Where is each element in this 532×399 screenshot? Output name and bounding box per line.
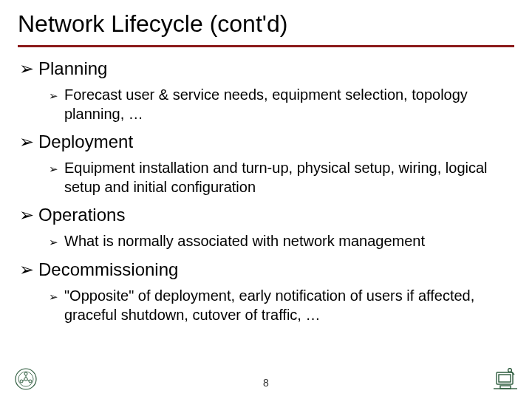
seal-icon bbox=[13, 366, 38, 392]
svg-point-3 bbox=[20, 380, 23, 383]
subbullet-text: Equipment installation and turn-up, phys… bbox=[64, 159, 514, 197]
title-underline bbox=[18, 45, 514, 47]
svg-line-8 bbox=[27, 380, 29, 381]
chevron-icon: ➢ bbox=[49, 86, 58, 103]
bullet-heading: Decommissioning bbox=[38, 259, 178, 281]
subbullet-text: What is normally associated with network… bbox=[64, 232, 425, 251]
slide-title: Network Lifecycle (cont'd) bbox=[18, 10, 514, 38]
subbullet-deployment: ➢ Equipment installation and turn-up, ph… bbox=[49, 159, 514, 197]
subbullet-text: "Opposite" of deployment, early notifica… bbox=[64, 287, 514, 324]
page-number: 8 bbox=[263, 377, 269, 389]
subbullet-planning: ➢ Forecast user & service needs, equipme… bbox=[49, 86, 514, 123]
bullet-operations: ➢ Operations bbox=[19, 204, 514, 226]
subbullet-text: Forecast user & service needs, equipment… bbox=[64, 86, 514, 123]
chevron-icon: ➢ bbox=[19, 131, 34, 153]
computer-icon bbox=[492, 368, 519, 392]
bullet-deployment: ➢ Deployment bbox=[19, 131, 514, 153]
slide: Network Lifecycle (cont'd) ➢ Planning ➢ … bbox=[0, 0, 532, 399]
svg-point-13 bbox=[508, 369, 512, 372]
svg-line-7 bbox=[23, 380, 24, 381]
chevron-icon: ➢ bbox=[19, 58, 34, 80]
svg-rect-12 bbox=[500, 386, 511, 389]
chevron-icon: ➢ bbox=[19, 259, 34, 281]
bullet-heading: Planning bbox=[38, 58, 107, 80]
slide-footer: 8 bbox=[0, 366, 532, 392]
bullet-decommissioning: ➢ Decommissioning bbox=[19, 259, 514, 281]
svg-point-4 bbox=[29, 380, 32, 383]
svg-point-5 bbox=[24, 378, 27, 381]
chevron-icon: ➢ bbox=[49, 159, 58, 176]
subbullet-operations: ➢ What is normally associated with netwo… bbox=[49, 232, 514, 251]
svg-point-2 bbox=[24, 372, 27, 375]
slide-body: ➢ Planning ➢ Forecast user & service nee… bbox=[18, 58, 514, 324]
svg-rect-10 bbox=[499, 375, 511, 382]
chevron-icon: ➢ bbox=[49, 232, 58, 249]
subbullet-decommissioning: ➢ "Opposite" of deployment, early notifi… bbox=[49, 287, 514, 324]
bullet-planning: ➢ Planning bbox=[19, 58, 514, 80]
bullet-heading: Deployment bbox=[38, 131, 133, 153]
svg-point-1 bbox=[18, 372, 33, 386]
chevron-icon: ➢ bbox=[19, 204, 34, 226]
bullet-heading: Operations bbox=[38, 204, 125, 226]
chevron-icon: ➢ bbox=[49, 287, 58, 304]
